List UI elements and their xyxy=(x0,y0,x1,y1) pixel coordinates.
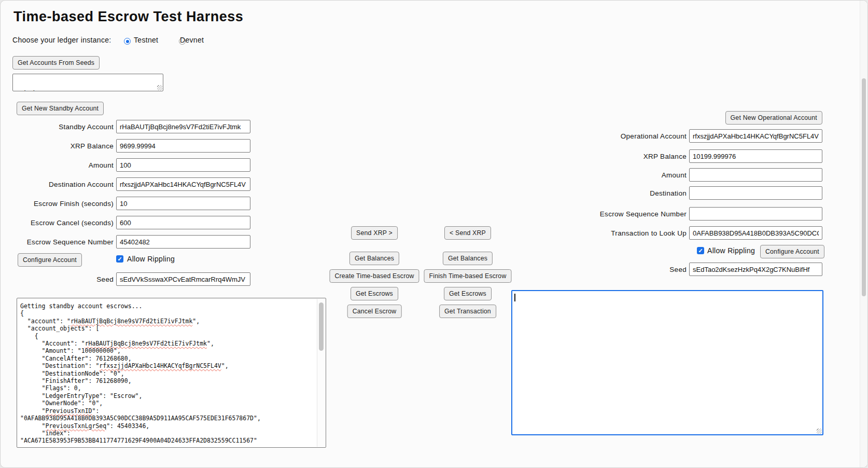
results-scrollbar[interactable] xyxy=(317,299,325,447)
get-new-operational-account-button[interactable]: Get New Operational Account xyxy=(725,111,822,125)
standby-xrp-balance-input[interactable] xyxy=(116,139,250,153)
standby-results-text: Getting standby account escrows... { "ac… xyxy=(17,298,326,445)
standby-get-balances-button[interactable]: Get Balances xyxy=(349,252,399,265)
operational-results-textarea[interactable] xyxy=(511,290,823,435)
transaction-to-look-up-input[interactable] xyxy=(689,226,822,240)
get-accounts-from-seeds-button[interactable]: Get Accounts From Seeds xyxy=(12,56,100,70)
standby-escrow-finish-label: Escrow Finish (seconds) xyxy=(13,200,116,208)
standby-escrow-cancel-label: Escrow Cancel (seconds) xyxy=(13,219,116,227)
configure-standby-account-button[interactable]: Configure Account xyxy=(18,253,82,267)
page-title: Time-based Escrow Test Harness xyxy=(13,9,243,25)
standby-escrow-sequence-input[interactable] xyxy=(116,235,250,249)
transaction-to-look-up-label: Transaction to Look Up xyxy=(571,229,689,237)
resize-gripper-icon[interactable] xyxy=(157,85,162,90)
standby-escrow-cancel-input[interactable] xyxy=(116,216,250,229)
operational-get-balances-button[interactable]: Get Balances xyxy=(443,252,493,265)
operational-seed-input[interactable] xyxy=(689,263,822,276)
operational-allow-rippling-checkbox[interactable]: ✓ xyxy=(697,247,704,254)
standby-account-label: Standby Account xyxy=(13,123,116,131)
standby-escrow-sequence-label: Escrow Sequence Number xyxy=(13,238,116,246)
standby-allow-rippling-checkbox[interactable]: ✓ xyxy=(116,255,123,263)
standby-destination-input[interactable] xyxy=(116,177,250,191)
operational-amount-label: Amount xyxy=(571,171,689,179)
operational-escrow-sequence-label: Escrow Sequence Number xyxy=(571,210,689,218)
window-scrollbar-thumb[interactable] xyxy=(862,78,866,296)
get-transaction-button[interactable]: Get Transaction xyxy=(439,305,496,318)
standby-seed-input[interactable] xyxy=(116,272,250,286)
operational-xrp-balance-label: XRP Balance xyxy=(571,153,689,160)
ledger-instance-label: Choose your ledger instance: xyxy=(12,36,111,44)
configure-operational-account-button[interactable]: Configure Account xyxy=(760,245,824,258)
standby-allow-rippling-label: Allow Rippling xyxy=(127,255,175,263)
operational-allow-rippling-label: Allow Rippling xyxy=(707,246,755,255)
standby-results-textarea[interactable]: Getting standby account escrows... { "ac… xyxy=(17,298,326,448)
resize-gripper-icon[interactable] xyxy=(817,429,822,434)
get-new-standby-account-button[interactable]: Get New Standby Account xyxy=(17,102,104,115)
operational-amount-input[interactable] xyxy=(689,168,822,182)
finish-time-based-escrow-button[interactable]: Finish Time-based Escrow xyxy=(424,269,512,283)
send-xrp-to-operational-button[interactable]: Send XRP > xyxy=(351,226,398,240)
standby-amount-input[interactable] xyxy=(116,158,250,172)
standby-destination-label: Destination Account xyxy=(13,181,116,188)
standby-amount-label: Amount xyxy=(13,161,116,169)
operational-get-escrows-button[interactable]: Get Escrows xyxy=(444,287,492,300)
text-cursor xyxy=(514,294,515,301)
standby-account-input[interactable] xyxy=(116,120,250,133)
operational-account-label: Operational Account xyxy=(571,132,689,140)
operational-seed-label: Seed xyxy=(571,266,689,273)
create-time-based-escrow-button[interactable]: Create Time-based Escrow xyxy=(329,269,419,283)
cancel-escrow-button[interactable]: Cancel Escrow xyxy=(347,305,402,318)
operational-account-input[interactable] xyxy=(689,129,822,143)
standby-seed-label: Seed xyxy=(13,276,116,283)
operational-destination-input[interactable] xyxy=(689,186,822,200)
devnet-radio-label: Devnet xyxy=(180,36,204,44)
seeds-textarea[interactable]: sEdVVkSsswaXPCvEatRmcarRrq4WmJV sEdTao2d… xyxy=(12,74,163,91)
seed-line-1: sEdVVkSsswaXPCvEatRmcarRrq4WmJV xyxy=(15,90,161,91)
operational-destination-label: Destination xyxy=(571,189,689,197)
operational-xrp-balance-input[interactable] xyxy=(689,149,822,163)
testnet-radio-label: Testnet xyxy=(134,36,158,44)
operational-escrow-sequence-input[interactable] xyxy=(689,207,822,221)
send-xrp-to-standby-button[interactable]: < Send XRP xyxy=(444,226,491,240)
standby-xrp-balance-label: XRP Balance xyxy=(13,142,116,150)
app-window: Time-based Escrow Test Harness Choose yo… xyxy=(0,0,868,468)
testnet-radio[interactable] xyxy=(124,38,131,45)
standby-get-escrows-button[interactable]: Get Escrows xyxy=(351,287,398,300)
standby-escrow-finish-input[interactable] xyxy=(116,197,250,210)
results-scrollbar-thumb[interactable] xyxy=(319,302,324,351)
window-scrollbar[interactable] xyxy=(860,1,867,467)
